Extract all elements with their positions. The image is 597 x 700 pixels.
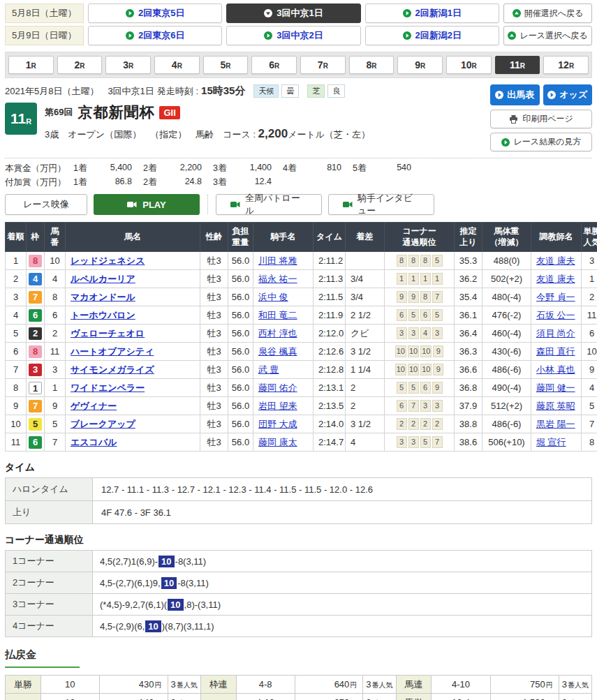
trainer-link[interactable]: 友道 康夫 bbox=[536, 274, 575, 284]
play-button[interactable]: PLAY bbox=[94, 194, 200, 215]
race-tab-11r[interactable]: 11R bbox=[495, 56, 540, 74]
trainer-link[interactable]: 須貝 尚介 bbox=[536, 328, 575, 338]
finish-time: 2:12.8 bbox=[314, 361, 346, 379]
race-tab-6r[interactable]: 6R bbox=[251, 56, 297, 74]
corner-position-box: 9 bbox=[397, 291, 407, 303]
patrol-video-button[interactable]: 全周パトロール bbox=[216, 194, 322, 215]
payout-row: 単勝10430円3番人気枠連4-8640円3番人気馬連4-10750円3番人気 bbox=[6, 676, 592, 694]
jockey-link[interactable]: 武 豊 bbox=[258, 364, 279, 375]
corner-position-box: 10 bbox=[408, 364, 419, 375]
odds-button[interactable]: オッズ bbox=[543, 84, 593, 105]
horse-name-link[interactable]: ハートオブアシティ bbox=[71, 346, 154, 357]
corner-position-box: 6 bbox=[420, 382, 431, 394]
trainer-link[interactable]: 藤岡 健一 bbox=[536, 382, 575, 393]
corner-row-value: 4,5-(2,9)(6,10)(8,7)(3,11,1) bbox=[93, 616, 592, 637]
payout-section-title: 払戻金 bbox=[5, 648, 592, 668]
horse-name-link[interactable]: ゲヴィナー bbox=[71, 401, 117, 411]
entry-table-button[interactable]: 出馬表 bbox=[490, 84, 540, 105]
jockey-link[interactable]: 西村 淳也 bbox=[258, 328, 297, 338]
result-row: 1167エスコバル牡356.0藤岡 康太2:14.74335738.6506(+… bbox=[6, 433, 597, 452]
back-button[interactable]: レース選択へ戻る bbox=[503, 26, 592, 45]
trainer-link[interactable]: 今野 貞一 bbox=[536, 292, 575, 302]
payout-amount-cell: 430円 bbox=[99, 676, 168, 694]
result-row: 244ルペルカーリア牡356.0福永 祐一2:11.33/4111136.250… bbox=[6, 270, 597, 288]
result-guide-button[interactable]: レース結果の見方 bbox=[490, 133, 592, 151]
race-tab-9r[interactable]: 9R bbox=[397, 56, 443, 74]
race-tab-5r[interactable]: 5R bbox=[203, 56, 249, 74]
race-tab-1r[interactable]: 1R bbox=[8, 56, 54, 74]
prize-place: 4着 bbox=[283, 163, 305, 174]
sex-age: 牡3 bbox=[200, 397, 228, 415]
jockey-link[interactable]: 和田 竜二 bbox=[258, 310, 297, 320]
kaisai-button-label: 3回中京1日 bbox=[277, 7, 323, 20]
trainer-link[interactable]: 森田 直行 bbox=[536, 346, 575, 357]
jockey-link[interactable]: 福永 祐一 bbox=[258, 274, 297, 284]
trainer-link[interactable]: 堀 宣行 bbox=[536, 437, 566, 447]
kaisai-button[interactable]: 3回中京1日 bbox=[226, 3, 360, 23]
trainer-link[interactable]: 黒岩 陽一 bbox=[536, 419, 575, 429]
race-tab-7r[interactable]: 7R bbox=[300, 56, 346, 74]
race-tab-12r[interactable]: 12R bbox=[543, 56, 589, 74]
kaisai-button[interactable]: 2回東京6日 bbox=[88, 26, 222, 45]
kaisai-button[interactable]: 2回新潟1日 bbox=[365, 3, 499, 23]
horse-name-link[interactable]: ヴェローチェオロ bbox=[71, 328, 145, 338]
horse-number: 1 bbox=[45, 379, 66, 397]
kaisai-button[interactable]: 2回東京5日 bbox=[88, 3, 222, 23]
win-popularity: 8 bbox=[582, 433, 597, 452]
jockey-interview-button[interactable]: 騎手インタビュー bbox=[328, 194, 434, 215]
kaisai-button[interactable]: 2回新潟2日 bbox=[365, 26, 499, 45]
horse-number: 3 bbox=[45, 361, 66, 379]
back-button[interactable]: 開催選択へ戻る bbox=[503, 3, 592, 23]
frame-badge: 3 bbox=[29, 364, 42, 376]
race-tab-2r[interactable]: 2R bbox=[57, 56, 103, 74]
jockey-link[interactable]: 川田 将雅 bbox=[258, 255, 297, 266]
carried-weight: 56.0 bbox=[228, 397, 253, 415]
payout-amount-cell: 750円 bbox=[490, 676, 559, 694]
horse-name-link[interactable]: ルペルカーリア bbox=[71, 274, 135, 284]
horse-name-link[interactable]: ワイドエンペラー bbox=[71, 382, 145, 393]
race-title: 京都新聞杯 bbox=[78, 103, 154, 122]
time-row-label: ハロンタイム bbox=[6, 478, 93, 501]
prize-place: 2着 bbox=[143, 163, 165, 174]
race-tab-4r[interactable]: 4R bbox=[154, 56, 200, 74]
horse-name-link[interactable]: サイモンメガライズ bbox=[71, 364, 154, 375]
prize-place: 3着 bbox=[213, 163, 235, 174]
horse-name-link[interactable]: マカオンドール bbox=[71, 292, 135, 302]
carried-weight: 56.0 bbox=[228, 288, 253, 306]
kaisai-button[interactable]: 3回中京2日 bbox=[226, 26, 360, 45]
trainer-link[interactable]: 藤原 英昭 bbox=[536, 401, 575, 411]
jockey-link[interactable]: 団野 大成 bbox=[258, 419, 297, 429]
margin: 3/4 bbox=[346, 288, 385, 306]
corner-position-box: 10 bbox=[420, 345, 432, 357]
corner-positions: 1010109 bbox=[385, 343, 455, 361]
horse-name-link[interactable]: ブレークアップ bbox=[71, 419, 135, 429]
winner-number-highlight: 10 bbox=[145, 620, 161, 632]
prize-place: 1着 bbox=[73, 163, 96, 174]
horse-weight: 480(-4) bbox=[482, 288, 531, 306]
horse-weight: 486(-6) bbox=[482, 415, 531, 433]
sex-age: 牡3 bbox=[200, 415, 228, 433]
trainer-cell: 黒岩 陽一 bbox=[531, 415, 582, 433]
corner-position-box: 5 bbox=[420, 436, 431, 448]
corner-position-box: 10 bbox=[420, 364, 432, 375]
horse-name-link[interactable]: エスコバル bbox=[71, 437, 117, 447]
trainer-link[interactable]: 友道 康夫 bbox=[536, 255, 575, 266]
jockey-link[interactable]: 藤岡 佑介 bbox=[258, 382, 297, 393]
race-tab-8r[interactable]: 8R bbox=[349, 56, 395, 74]
race-tab-3r[interactable]: 3R bbox=[105, 56, 151, 74]
print-page-button[interactable]: 印刷用ページ bbox=[490, 110, 592, 128]
jockey-link[interactable]: 泉谷 楓真 bbox=[258, 346, 297, 357]
race-conditions: 3歳 オープン（国際） （指定） 馬齢 コース : 2,200メートル（芝・左） bbox=[45, 127, 370, 141]
trainer-link[interactable]: 石坂 公一 bbox=[536, 310, 575, 320]
sex-age: 牡3 bbox=[200, 306, 228, 325]
horse-name-link[interactable]: レッドジェネシス bbox=[71, 255, 145, 266]
jockey-link[interactable]: 岩田 望来 bbox=[258, 401, 297, 411]
jockey-link[interactable]: 浜中 俊 bbox=[258, 292, 288, 302]
jockey-cell: 岩田 望来 bbox=[253, 397, 314, 415]
trainer-link[interactable]: 小林 真也 bbox=[536, 364, 575, 375]
race-video-button[interactable]: レース映像 bbox=[5, 194, 87, 215]
horse-name-link[interactable]: トーホウバロン bbox=[71, 310, 135, 320]
jockey-link[interactable]: 藤岡 康太 bbox=[258, 437, 297, 447]
corner-positions: 6565 bbox=[385, 306, 455, 325]
race-tab-10r[interactable]: 10R bbox=[446, 56, 492, 74]
